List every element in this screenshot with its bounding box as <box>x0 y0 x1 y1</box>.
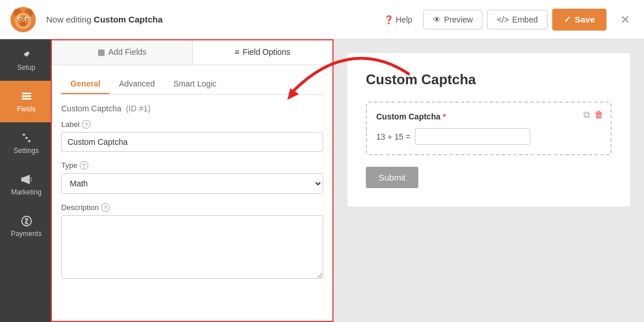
add-fields-icon: ▦ <box>98 47 105 57</box>
form-preview: Custom Captcha Custom Captcha * ⧉ 🗑 13 +… <box>347 53 630 207</box>
sidebar-item-fields-label: Fields <box>17 105 35 113</box>
sidebar-item-settings-label: Settings <box>14 147 39 155</box>
main-layout: Setup Fields Settings Marketing <box>0 39 644 322</box>
right-panel: Custom Captcha Custom Captcha * ⧉ 🗑 13 +… <box>334 39 644 322</box>
type-select[interactable]: Math Question & Answer <box>61 173 323 194</box>
sidebar-item-marketing-label: Marketing <box>11 188 42 196</box>
captcha-field-label: Custom Captcha * <box>376 112 601 121</box>
app-logo <box>9 6 37 33</box>
captcha-field-actions: ⧉ 🗑 <box>583 110 604 120</box>
megaphone-icon <box>20 173 33 186</box>
svg-rect-15 <box>28 140 30 143</box>
label-field-label: Label ? <box>61 120 323 129</box>
form-preview-title: Custom Captcha <box>366 72 612 88</box>
delete-field-button[interactable]: 🗑 <box>594 110 604 120</box>
description-field-label: Description ? <box>61 203 323 212</box>
captcha-equation: 13 + 15 = <box>376 128 601 145</box>
label-group: Label ? <box>61 120 323 152</box>
sidebar-item-setup[interactable]: Setup <box>0 39 51 81</box>
tab-add-fields[interactable]: ▦ Add Fields <box>52 40 193 65</box>
sub-tab-smart-logic[interactable]: Smart Logic <box>164 74 226 94</box>
sidebar-item-marketing[interactable]: Marketing <box>0 164 51 205</box>
svg-point-5 <box>20 22 27 27</box>
svg-point-9 <box>26 18 28 20</box>
header: Now editing Custom Captcha ❓ Help 👁 Prev… <box>0 0 644 39</box>
sliders-icon <box>20 132 33 144</box>
field-group-title: Custom Captcha (ID #1) <box>61 104 323 113</box>
help-button[interactable]: ❓ Help <box>378 12 418 28</box>
eye-icon: 👁 <box>433 15 441 24</box>
sub-tab-general[interactable]: General <box>61 74 110 94</box>
sub-tabs: General Advanced Smart Logic <box>61 74 323 95</box>
sidebar-item-fields[interactable]: Fields <box>0 81 51 122</box>
tab-field-options[interactable]: ≡ Field Options <box>193 40 333 65</box>
sidebar-item-setup-label: Setup <box>17 63 35 72</box>
type-help-icon[interactable]: ? <box>80 161 88 170</box>
sidebar-item-payments-label: Payments <box>11 230 42 238</box>
svg-rect-13 <box>23 134 25 136</box>
header-title: Now editing Custom Captcha <box>46 14 378 24</box>
preview-button[interactable]: 👁 Preview <box>423 10 483 29</box>
type-group: Type ? Math Question & Answer <box>61 161 323 194</box>
panel-tabs: ▦ Add Fields ≡ Field Options <box>52 40 332 65</box>
sidebar: Setup Fields Settings Marketing <box>0 39 51 322</box>
svg-point-8 <box>19 18 21 20</box>
label-help-icon[interactable]: ? <box>82 120 91 129</box>
header-actions: ❓ Help 👁 Preview </> Embed ✓ Save ✕ <box>378 8 635 31</box>
description-textarea[interactable] <box>61 215 323 279</box>
code-icon: </> <box>497 15 508 24</box>
svg-rect-10 <box>21 93 31 95</box>
panel-content: General Advanced Smart Logic Custom Capt… <box>52 65 332 321</box>
description-group: Description ? <box>61 203 323 280</box>
sub-tab-advanced[interactable]: Advanced <box>110 74 164 94</box>
dollar-icon <box>20 215 33 227</box>
check-icon: ✓ <box>564 14 571 25</box>
required-star: * <box>443 112 445 121</box>
gear-icon <box>20 48 33 61</box>
field-options-icon: ≡ <box>234 47 239 57</box>
label-input[interactable] <box>61 132 323 152</box>
sidebar-item-payments[interactable]: Payments <box>0 205 51 247</box>
captcha-field-box: Custom Captcha * ⧉ 🗑 13 + 15 = <box>366 102 612 155</box>
submit-button[interactable]: Submit <box>366 167 418 188</box>
fields-icon <box>20 90 33 103</box>
svg-rect-11 <box>21 95 31 97</box>
embed-button[interactable]: </> Embed <box>487 10 548 29</box>
left-panel: ▦ Add Fields ≡ Field Options General Adv… <box>51 39 334 322</box>
save-button[interactable]: ✓ Save <box>552 9 606 31</box>
type-field-label: Type ? <box>61 161 323 170</box>
close-button[interactable]: ✕ <box>616 8 635 31</box>
svg-rect-12 <box>21 98 31 100</box>
sidebar-item-settings[interactable]: Settings <box>0 122 51 164</box>
captcha-answer-input[interactable] <box>415 128 530 145</box>
svg-rect-14 <box>25 137 28 139</box>
description-help-icon[interactable]: ? <box>101 203 110 212</box>
copy-field-button[interactable]: ⧉ <box>583 110 590 120</box>
help-circle-icon: ❓ <box>384 15 394 24</box>
